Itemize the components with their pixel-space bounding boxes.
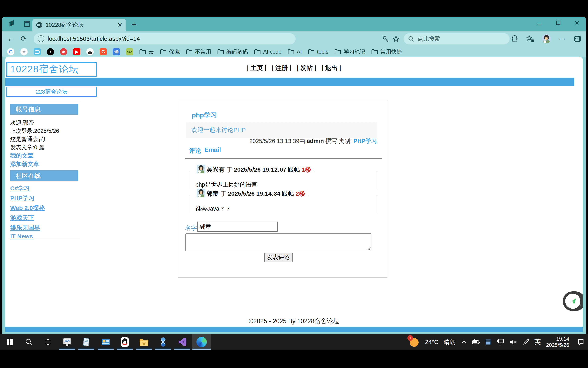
bookmark-folder-ai[interactable]: AI — [288, 49, 302, 55]
favorite-star-icon[interactable] — [392, 35, 400, 43]
article-title-link[interactable]: php学习 — [192, 111, 217, 120]
bookmark-code-icon[interactable]: </> — [126, 48, 133, 55]
folder-icon — [308, 49, 315, 55]
board-link-php[interactable]: PHP学习 — [10, 194, 35, 202]
password-key-icon[interactable] — [382, 35, 389, 43]
start-button[interactable] — [0, 334, 19, 350]
floating-extension-widget[interactable] — [563, 291, 583, 311]
bookmark-folder-cloud[interactable]: 云 — [139, 48, 154, 55]
submit-comment-button[interactable]: 发表评论 — [264, 253, 293, 262]
browser-toolbar: ← ⟳ i localhost:51503/article.aspx?id=14… — [2, 31, 586, 46]
weather-icon[interactable]: 1 — [409, 336, 420, 348]
bookmark-folder-saved[interactable]: 保藏 — [160, 48, 180, 55]
tab-close-icon[interactable]: ✕ — [117, 21, 122, 28]
battery-icon[interactable] — [472, 339, 480, 345]
vertical-tabs-icon[interactable] — [23, 20, 31, 28]
weather-temp[interactable]: 24°C — [425, 339, 438, 345]
comment-author: 郭帝 — [207, 190, 219, 197]
nav-post-link[interactable]: | 发帖 | — [297, 64, 316, 72]
weather-desc[interactable]: 晴朗 — [444, 338, 456, 346]
byline-author: admin — [307, 138, 324, 144]
refresh-button[interactable]: ⟳ — [19, 34, 28, 43]
address-bar[interactable]: i localhost:51503/article.aspx?id=14 — [34, 33, 296, 44]
add-article-link[interactable]: 添加新文章 — [10, 160, 39, 168]
board-link-games[interactable]: 游戏天下 — [10, 214, 34, 222]
taskbar-app-file-explorer[interactable] — [134, 334, 154, 350]
nav-logout-link[interactable]: | 退出 | — [322, 64, 341, 72]
community-online-header: 社区在线 — [10, 170, 78, 181]
bookmark-red-app-icon[interactable] — [60, 48, 67, 55]
input-language-indicator[interactable]: 英 — [534, 338, 541, 346]
comment-textarea[interactable] — [185, 233, 371, 251]
comment-header: 郭帝 于 2025/5/26 19:14:34 跟帖 2楼 — [197, 189, 308, 198]
browser-tab[interactable]: 10228宿舍论坛 ✕ — [32, 19, 126, 31]
bookmark-csdn-icon[interactable]: C — [100, 48, 107, 55]
url-text: localhost:51503/article.aspx?id=14 — [48, 35, 140, 42]
taskbar-clock[interactable]: 19:14 2025/5/26 — [546, 336, 569, 348]
bookmark-github-icon[interactable] — [86, 48, 94, 55]
taskbar-app-edge-active[interactable] — [192, 334, 211, 350]
bookmark-folder-notes[interactable]: 学习笔记 — [334, 48, 365, 55]
board-link-csharp[interactable]: C#学习 — [10, 184, 30, 193]
taskbar-app-qq[interactable] — [115, 334, 134, 350]
taskbar-app-system-panel[interactable] — [96, 334, 115, 350]
bookmark-translate-icon[interactable]: 译 — [113, 48, 120, 55]
network-icon[interactable] — [497, 339, 505, 345]
board-link-entertainment[interactable]: 娱乐无国界 — [10, 224, 40, 232]
nav-register-link[interactable]: | 注册 | — [272, 64, 291, 72]
my-articles-link[interactable]: 我的文章 — [10, 152, 33, 160]
board-tab[interactable]: 228宿舍论坛 — [6, 87, 97, 97]
folder-icon — [139, 49, 146, 55]
bookmark-folder-encode[interactable]: 编码解码 — [217, 48, 248, 55]
board-link-web20[interactable]: Web 2.0探秘 — [10, 204, 45, 212]
name-input[interactable] — [197, 221, 278, 232]
bookmark-folder-tools[interactable]: tools — [308, 49, 328, 55]
tray-chevron-icon[interactable] — [461, 339, 467, 345]
article-byline: 2025/5/26 13:13:39由 admin 撰写 类别: PHP学习 — [249, 137, 377, 145]
bookmark-folder-rare[interactable]: 不常用 — [186, 48, 211, 55]
site-info-icon[interactable]: i — [37, 35, 44, 42]
comment-text: php是世界上最好的语言 — [195, 181, 257, 189]
more-menu-icon[interactable]: ⋯ — [559, 35, 566, 43]
comment-link[interactable]: 评论 — [189, 147, 201, 155]
window-close-button[interactable]: ✕ — [574, 20, 580, 26]
tab-strip: 10228宿舍论坛 ✕ + ✕ — [2, 17, 586, 31]
graphics-tray-icon[interactable] — [485, 339, 492, 345]
favorites-list-icon[interactable] — [526, 35, 534, 43]
resize-handle-icon[interactable] — [366, 246, 371, 250]
volume-muted-icon[interactable] — [510, 339, 517, 345]
bookmark-google-icon[interactable]: G — [7, 48, 14, 55]
profile-avatar[interactable] — [542, 34, 551, 43]
taskbar-app-visual-studio[interactable] — [173, 334, 192, 350]
bookmark-tiktok-icon[interactable]: ♪ — [47, 48, 54, 55]
comment-header: 吴兴有 于 2025/5/26 19:12:07 跟帖 1楼 — [197, 165, 314, 175]
nav-home-link[interactable]: | 主页 | — [247, 64, 266, 72]
window-maximize-button[interactable] — [556, 21, 560, 25]
bookmark-folder-shortcuts[interactable]: 常用快捷 — [371, 48, 402, 55]
byline-category-link[interactable]: PHP学习 — [353, 138, 377, 144]
folder-icon — [186, 49, 193, 55]
pen-icon[interactable] — [522, 339, 529, 345]
board-link-itnews[interactable]: IT News — [10, 233, 33, 240]
window-minimize-button[interactable] — [537, 21, 542, 24]
new-tab-button[interactable]: + — [132, 20, 137, 29]
taskbar-app-perfmon[interactable] — [58, 334, 77, 350]
comment-floor: 1楼 — [302, 166, 311, 173]
shopping-icon[interactable] — [511, 35, 519, 43]
folder-icon — [254, 49, 261, 55]
clock-date: 2025/5/26 — [546, 342, 569, 348]
bookmark-chatgpt-icon[interactable]: ✳ — [20, 48, 28, 55]
sidebar-panel-icon[interactable] — [574, 35, 582, 43]
bookmark-youtube-icon[interactable]: ▶ — [73, 48, 80, 55]
tab-workspaces-icon[interactable] — [8, 20, 15, 28]
search-box[interactable]: 点此搜索 — [404, 33, 510, 44]
back-button[interactable]: ← — [6, 34, 15, 43]
action-center-icon[interactable] — [577, 338, 584, 346]
task-view-button[interactable] — [38, 334, 58, 350]
taskbar-app-notepad[interactable] — [77, 334, 96, 350]
taskbar-search-button[interactable] — [19, 334, 38, 350]
bookmark-folder-ai-code[interactable]: AI code — [254, 49, 282, 55]
taskbar-app-ssms[interactable] — [154, 334, 173, 350]
bookmark-bilibili-icon[interactable] — [34, 48, 41, 55]
email-link[interactable]: Email — [204, 147, 221, 155]
